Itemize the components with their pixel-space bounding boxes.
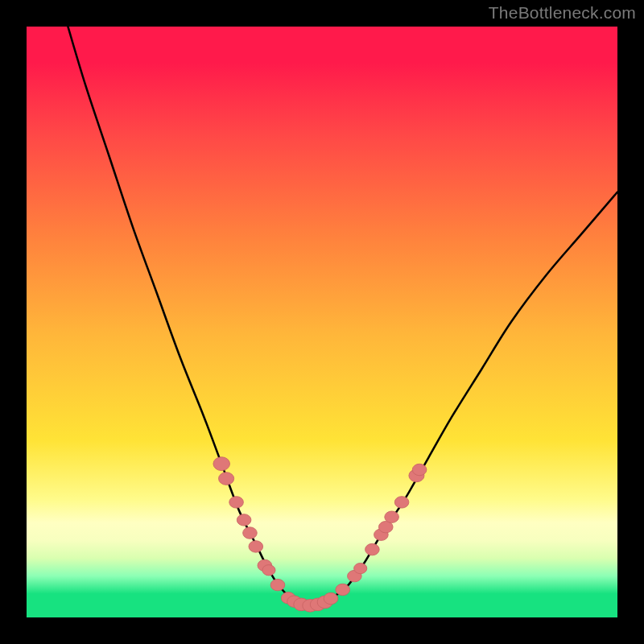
marker-dot (324, 592, 338, 604)
marker-dot (249, 541, 263, 552)
plot-area (27, 27, 617, 617)
bottleneck-curve (68, 27, 617, 606)
marker-dot (270, 579, 285, 590)
chart-svg (27, 27, 617, 617)
chart-frame: TheBottleneck.com (0, 0, 644, 644)
marker-dot (365, 543, 380, 555)
marker-dot (219, 473, 234, 485)
watermark-text: TheBottleneck.com (489, 3, 636, 23)
marker-dot (262, 565, 275, 576)
marker-dot (336, 584, 350, 595)
marker-dot (243, 527, 258, 539)
marker-dot (213, 457, 230, 471)
marker-dot (354, 563, 367, 573)
marker-dot (412, 464, 427, 475)
curve-markers (213, 457, 427, 612)
marker-dot (237, 514, 251, 526)
marker-dot (394, 497, 409, 508)
marker-dot (229, 497, 244, 508)
marker-dot (385, 511, 399, 522)
